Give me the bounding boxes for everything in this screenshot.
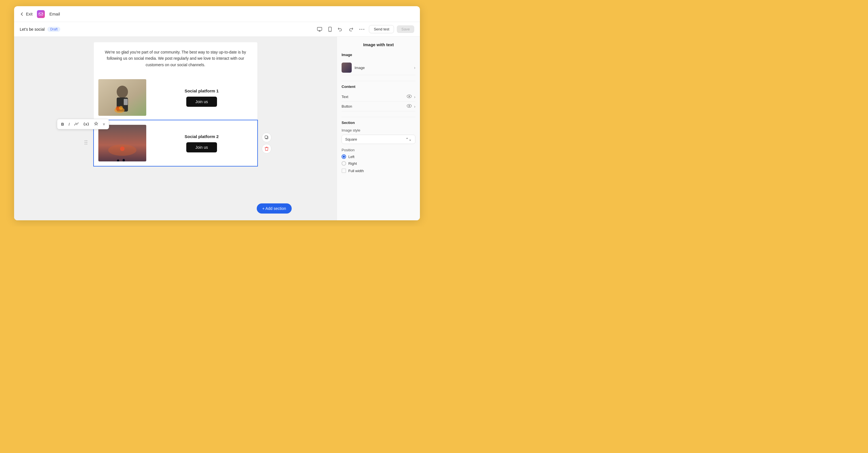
- add-section-label: + Add section: [262, 206, 286, 211]
- link-button[interactable]: [73, 122, 80, 127]
- add-section-button[interactable]: + Add section: [257, 203, 292, 214]
- svg-point-19: [86, 144, 87, 144]
- svg-point-8: [117, 86, 128, 98]
- save-button[interactable]: Save: [397, 25, 414, 33]
- svg-point-15: [86, 140, 87, 141]
- right-radio-circle: [342, 161, 346, 166]
- svg-point-13: [119, 106, 123, 110]
- social-section-1[interactable]: Social platform 1 Join us: [94, 75, 257, 120]
- doc-title: Let's be social: [20, 27, 44, 32]
- text-chevron-icon[interactable]: ›: [414, 95, 415, 99]
- undo-button[interactable]: [336, 25, 344, 33]
- svg-rect-0: [39, 13, 43, 15]
- social-image-1-svg: [98, 79, 146, 116]
- bold-button[interactable]: B: [60, 122, 65, 127]
- button-visibility-icon[interactable]: [407, 104, 412, 109]
- text-section: We're so glad you're part of our communi…: [94, 42, 257, 75]
- panel-text-row[interactable]: Text ›: [342, 92, 415, 102]
- svg-point-5: [362, 29, 363, 30]
- app-icon: [37, 10, 45, 18]
- send-test-button[interactable]: Send test: [369, 25, 394, 33]
- drag-handle[interactable]: [84, 140, 88, 147]
- social-row-2: Social platform 2 Join us: [94, 120, 257, 166]
- position-right-option[interactable]: Right: [342, 161, 415, 166]
- svg-rect-1: [317, 27, 322, 30]
- image-preview-left: Image: [342, 63, 365, 73]
- image-style-dropdown[interactable]: Square ⌃⌄: [342, 135, 415, 144]
- duplicate-section-button[interactable]: [262, 133, 271, 142]
- main-area: We're so glad you're part of our communi…: [14, 37, 420, 220]
- full-width-label: Full width: [348, 169, 364, 173]
- panel-title: Image with text: [342, 42, 415, 47]
- exit-button[interactable]: Exit: [20, 12, 32, 17]
- panel-content-label: Content: [342, 85, 415, 89]
- panel-image-label: Image: [342, 53, 415, 57]
- undo-icon: [338, 27, 342, 32]
- panel-button-row[interactable]: Button ›: [342, 102, 415, 111]
- more-options-button[interactable]: [358, 27, 366, 32]
- italic-button[interactable]: I: [67, 122, 71, 127]
- paragraph-text: We're so glad you're part of our communi…: [103, 49, 248, 68]
- right-radio-label: Right: [348, 161, 357, 166]
- mobile-icon: [328, 27, 332, 32]
- exit-label: Exit: [26, 12, 32, 17]
- redo-icon: [349, 27, 353, 32]
- left-radio-circle: [342, 154, 346, 159]
- svg-point-22: [120, 147, 125, 151]
- image-style-group: Image style Square ⌃⌄: [342, 128, 415, 144]
- button-chevron-icon[interactable]: ›: [414, 104, 415, 109]
- ai-button[interactable]: [93, 121, 99, 127]
- social-content-1: Social platform 1 Join us: [151, 89, 253, 107]
- top-bar: Exit Email: [14, 6, 420, 22]
- divider-1: [342, 81, 415, 81]
- social-content-2: Social platform 2 Join us: [151, 134, 253, 153]
- more-icon: [359, 29, 364, 30]
- right-panel: Image with text Image Image › Content Te…: [337, 37, 420, 220]
- ai-dropdown-button[interactable]: ▾: [102, 122, 106, 127]
- svg-rect-10: [124, 99, 128, 105]
- section-actions: [262, 133, 271, 154]
- desktop-view-button[interactable]: [315, 25, 324, 33]
- full-width-row[interactable]: Full width: [342, 168, 415, 173]
- variable-button[interactable]: {x}: [82, 122, 90, 127]
- sub-header-right: Send test Save: [315, 25, 414, 34]
- position-label: Position: [342, 148, 415, 152]
- ai-icon: [94, 122, 98, 126]
- full-width-checkbox[interactable]: [342, 168, 346, 173]
- redo-button[interactable]: [347, 25, 355, 33]
- social-image-2: [98, 125, 146, 161]
- duplicate-icon: [265, 135, 269, 140]
- social-section-2[interactable]: Social platform 2 Join us: [94, 120, 257, 166]
- email-content: We're so glad you're part of our communi…: [94, 42, 257, 120]
- svg-rect-20: [98, 125, 146, 161]
- section-2-wrapper: Social platform 2 Join us: [94, 120, 257, 166]
- panel-image-section: Image Image ›: [342, 53, 415, 75]
- svg-point-4: [360, 29, 361, 30]
- eye-icon: [407, 94, 412, 98]
- svg-point-18: [85, 144, 85, 144]
- email-icon: [39, 12, 43, 16]
- image-preview-row[interactable]: Image ›: [342, 60, 415, 75]
- text-row-actions: ›: [407, 94, 415, 99]
- join-button-2[interactable]: Join us: [186, 142, 217, 153]
- send-test-label: Send test: [374, 27, 389, 31]
- position-left-option[interactable]: Left: [342, 154, 415, 159]
- image-chevron-icon[interactable]: ›: [414, 65, 415, 70]
- svg-point-17: [86, 142, 87, 143]
- save-label: Save: [401, 27, 410, 31]
- social-platform-1-title: Social platform 1: [185, 89, 219, 93]
- join-button-1[interactable]: Join us: [186, 97, 217, 107]
- button-row-actions: ›: [407, 104, 415, 109]
- link-icon: [74, 122, 79, 126]
- svg-point-34: [409, 105, 410, 107]
- delete-section-button[interactable]: [262, 144, 271, 154]
- mobile-view-button[interactable]: [327, 25, 333, 34]
- social-platform-2-title: Social platform 2: [185, 134, 219, 139]
- text-visibility-icon[interactable]: [407, 94, 412, 99]
- image-thumbnail: [342, 63, 352, 73]
- sub-header: Let's be social Draft: [14, 22, 420, 37]
- social-image-2-svg: [98, 125, 146, 161]
- divider-2: [342, 117, 415, 117]
- content-text-label: Text: [342, 95, 348, 99]
- image-style-label: Image style: [342, 128, 415, 132]
